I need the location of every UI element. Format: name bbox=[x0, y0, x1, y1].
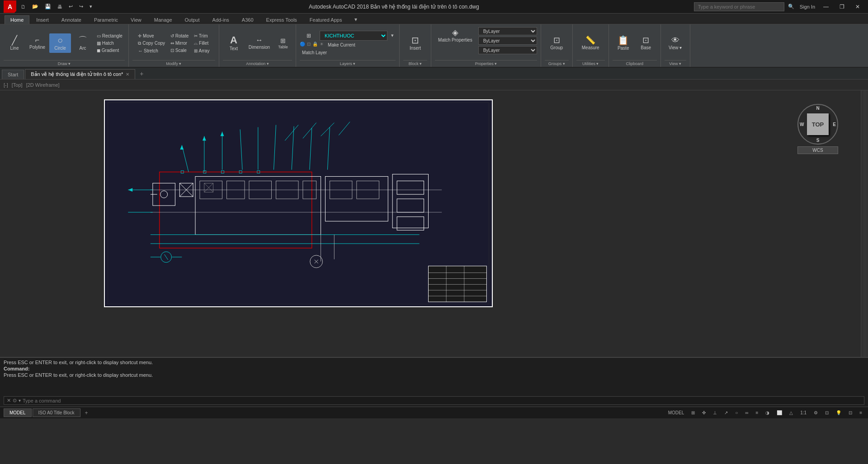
command-input-field[interactable] bbox=[23, 398, 861, 403]
dimension-button[interactable]: ↔ Dimension bbox=[245, 34, 273, 52]
grid-btn[interactable]: ⊞ bbox=[689, 409, 697, 416]
tab-view[interactable]: View bbox=[125, 15, 147, 24]
group-block: ⊡ Insert Block ▾ bbox=[400, 24, 431, 67]
viewcube[interactable]: N S E W TOP WCS bbox=[797, 104, 838, 163]
hatch-btn[interactable]: ▦ Hatch bbox=[94, 40, 125, 47]
keyword-search[interactable] bbox=[694, 2, 784, 11]
model-sheet-tab[interactable]: MODEL bbox=[4, 408, 32, 417]
layer-props-button[interactable]: ⊞ bbox=[300, 31, 318, 41]
tab-home[interactable]: Home bbox=[5, 15, 29, 24]
wcs-badge[interactable]: WCS bbox=[797, 146, 838, 154]
fillet-btn[interactable]: ⌓ Fillet bbox=[192, 40, 212, 47]
cmd-arrow-icon[interactable]: ▾ bbox=[19, 398, 21, 403]
insert-button[interactable]: ⊡ Insert bbox=[405, 33, 426, 53]
model-space-btn[interactable]: MODEL bbox=[666, 409, 687, 416]
tab-annotate[interactable]: Annotate bbox=[56, 15, 87, 24]
trim-btn[interactable]: ✂ Trim bbox=[192, 33, 212, 39]
qat-redo[interactable]: ↪ bbox=[77, 3, 85, 10]
qat-open[interactable]: 📂 bbox=[30, 3, 40, 10]
workspace-btn[interactable]: ⚙ bbox=[811, 409, 820, 416]
otrack-btn[interactable]: ∞ bbox=[743, 409, 750, 416]
viewcube-top[interactable]: TOP bbox=[807, 113, 829, 135]
title-bar-right: 🔍 Sign In — ❐ ✕ bbox=[694, 2, 864, 12]
transparency-btn[interactable]: ◑ bbox=[763, 409, 772, 416]
stretch-btn[interactable]: ↔ Stretch bbox=[136, 47, 167, 54]
viewport-render-ctrl[interactable]: [2D Wireframe] bbox=[26, 82, 60, 88]
tab-featured[interactable]: Featured Apps bbox=[304, 15, 348, 24]
right-sidebar[interactable] bbox=[861, 90, 868, 357]
maximize-btn[interactable]: ❐ bbox=[835, 2, 849, 12]
doc-tab-start[interactable]: Start bbox=[2, 70, 24, 79]
selection-btn[interactable]: ⬜ bbox=[774, 409, 784, 416]
tab-parametric[interactable]: Parametric bbox=[88, 15, 124, 24]
base-button[interactable]: ⊡ Base bbox=[635, 34, 657, 52]
qat-plot[interactable]: 🖶 bbox=[56, 3, 64, 10]
polyline-icon: ⌐ bbox=[35, 37, 39, 44]
drawing-viewport[interactable] bbox=[104, 99, 493, 307]
tab-express[interactable]: Express Tools bbox=[260, 15, 303, 24]
fullscreen-btn[interactable]: ⊡ bbox=[846, 409, 854, 416]
tab-insert[interactable]: Insert bbox=[30, 15, 55, 24]
view-button[interactable]: 👁 View ▾ bbox=[665, 34, 686, 52]
polyline-button[interactable]: ⌐ Polyline bbox=[26, 34, 48, 52]
gradient-btn[interactable]: ◼ Gradient bbox=[94, 47, 125, 54]
viewport-view-ctrl[interactable]: [Top] bbox=[12, 82, 23, 88]
tab-a360[interactable]: A360 bbox=[236, 15, 259, 24]
text-button[interactable]: A Text bbox=[223, 33, 245, 53]
tab-output[interactable]: Output bbox=[179, 15, 206, 24]
annotation-scale-btn[interactable]: △ bbox=[787, 409, 795, 416]
osnap-btn[interactable]: ○ bbox=[733, 409, 740, 416]
polar-btn[interactable]: ↗ bbox=[722, 409, 730, 416]
add-tab-btn[interactable]: + bbox=[136, 68, 147, 79]
search-icon[interactable]: 🔍 bbox=[786, 3, 796, 10]
close-btn[interactable]: ✕ bbox=[851, 2, 864, 12]
match-layer-btn[interactable]: Match Layer bbox=[300, 49, 396, 56]
add-sheet-btn[interactable]: + bbox=[81, 408, 92, 417]
doc-tab-drawing[interactable]: Bản vẽ hệ thống lái điện tử trên ô tô co… bbox=[25, 69, 135, 79]
ui-btn[interactable]: ⊡ bbox=[823, 409, 831, 416]
scale-label[interactable]: 1:1 bbox=[798, 409, 809, 416]
snap-btn[interactable]: ✜ bbox=[700, 409, 708, 416]
qat-dropdown[interactable]: ▾ bbox=[88, 3, 94, 10]
rotate-btn[interactable]: ↺ Rotate bbox=[168, 33, 191, 39]
layer-dropdown[interactable]: KICHTHUOC bbox=[320, 31, 387, 41]
viewport-minus-ctrl[interactable]: [-] bbox=[4, 82, 8, 88]
polyline-label: Polyline bbox=[29, 45, 45, 50]
qat-new[interactable]: 🗋 bbox=[19, 3, 28, 10]
rectangle-btn[interactable]: ▭ Rectangle bbox=[94, 33, 125, 39]
match-props-button[interactable]: ◈ Match Properties bbox=[435, 26, 476, 45]
measure-button[interactable]: 📏 Measure bbox=[579, 34, 603, 52]
line-button[interactable]: ╱ Line bbox=[4, 33, 25, 53]
circle-button[interactable]: ○ Circle bbox=[49, 33, 71, 53]
tab-manage[interactable]: Manage bbox=[148, 15, 178, 24]
cmd-x-icon[interactable]: ✕ bbox=[7, 398, 11, 403]
ortho-btn[interactable]: ⊥ bbox=[711, 409, 719, 416]
array-btn[interactable]: ⊞ Array bbox=[192, 47, 212, 54]
canvas-area[interactable]: N S E W TOP WCS bbox=[0, 90, 861, 357]
close-tab-icon[interactable]: ✕ bbox=[126, 72, 129, 77]
make-current-btn[interactable]: Make Current bbox=[326, 42, 358, 48]
minimize-btn[interactable]: — bbox=[819, 2, 833, 12]
paste-button[interactable]: 📋 Paste bbox=[613, 33, 634, 53]
qat-save[interactable]: 💾 bbox=[43, 3, 53, 10]
customization-btn[interactable]: ≡ bbox=[857, 409, 864, 416]
sign-in-btn[interactable]: Sign In bbox=[798, 3, 817, 10]
tab-addins[interactable]: Add-ins bbox=[207, 15, 235, 24]
scale-btn[interactable]: ⊡ Scale bbox=[168, 47, 191, 54]
arc-button[interactable]: ⌒ Arc bbox=[72, 33, 94, 53]
move-btn[interactable]: ✛ Move bbox=[136, 33, 167, 39]
lineweight-dropdown[interactable]: ByLayer bbox=[478, 46, 537, 54]
qat-undo[interactable]: ↩ bbox=[67, 3, 75, 10]
layer-dropdown-arrow[interactable]: ▾ bbox=[389, 32, 396, 39]
mirror-btn[interactable]: ⇔ Mirror bbox=[168, 40, 191, 47]
group-button[interactable]: ⊡ Group bbox=[546, 34, 567, 52]
isolate-btn[interactable]: 💡 bbox=[834, 409, 844, 416]
color-dropdown[interactable]: ByLayer bbox=[478, 27, 537, 35]
cmd-search-icon[interactable]: ⊙ bbox=[13, 398, 17, 403]
linetype-dropdown[interactable]: ByLayer bbox=[478, 37, 537, 45]
iso-sheet-tab[interactable]: ISO A0 Title Block bbox=[33, 408, 80, 417]
table-button[interactable]: ⊞ Table bbox=[274, 36, 292, 51]
tab-extra[interactable]: ▾ bbox=[349, 14, 363, 24]
copy-btn[interactable]: ⧉ CopyCopy bbox=[136, 40, 167, 47]
lineweight-btn[interactable]: ≡ bbox=[753, 409, 760, 416]
